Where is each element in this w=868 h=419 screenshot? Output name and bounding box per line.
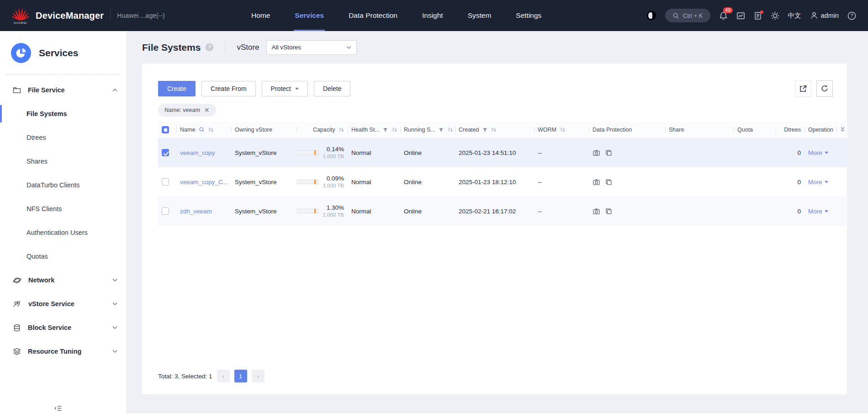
clone-copy-icon[interactable] <box>605 207 613 215</box>
protect-button-label: Protect <box>271 85 291 92</box>
header-health-status[interactable]: Health St... <box>348 122 400 138</box>
more-actions-link[interactable]: More <box>808 179 828 186</box>
header-quota[interactable]: Quota <box>734 122 776 138</box>
table-row[interactable]: zdh_veeam System_vStore 1.30% 1.000 TB N… <box>158 196 847 226</box>
row-checkbox[interactable] <box>162 178 169 186</box>
filter-tag-row: Name: veeam ✕ <box>142 97 847 122</box>
user-menu[interactable]: admin <box>810 11 839 20</box>
snapshot-camera-icon[interactable] <box>593 207 600 215</box>
settings-button[interactable] <box>771 11 779 20</box>
nav-data-protection[interactable]: Data Protection <box>349 0 397 31</box>
row-checkbox[interactable] <box>162 149 169 156</box>
filter-tag-close-icon[interactable]: ✕ <box>204 107 210 113</box>
filesystem-name-link[interactable]: veeam_copy <box>180 149 215 156</box>
network-planet-icon <box>13 276 21 284</box>
page-help-icon[interactable]: ? <box>206 43 213 51</box>
create-button[interactable]: Create <box>158 81 196 96</box>
sidebar-collapse-button[interactable] <box>54 405 62 414</box>
protect-button[interactable]: Protect <box>262 81 308 96</box>
language-switch[interactable]: 中文 <box>788 11 801 20</box>
more-actions-link[interactable]: More <box>808 208 828 215</box>
header-data-protection[interactable]: Data Protection <box>589 122 665 138</box>
global-search[interactable]: Ctrl + K <box>665 9 710 22</box>
topbar-actions: Ctrl + K 49 中文 admin ? <box>646 9 868 22</box>
snapshot-camera-icon[interactable] <box>593 149 600 157</box>
content-card: Create Create From Protect Delete Name: … <box>142 64 847 394</box>
sidebar-item-nfs-clients[interactable]: NFS Clients <box>0 197 127 221</box>
sidebar-item-shares[interactable]: Shares <box>0 149 127 173</box>
sidebar-item-quotas[interactable]: Quotas <box>0 244 127 268</box>
header-column-settings[interactable] <box>836 122 847 138</box>
health-status-cell: Normal <box>348 138 400 167</box>
select-all-checkbox[interactable] <box>162 126 169 133</box>
nav-settings[interactable]: Settings <box>516 0 541 31</box>
filter-funnel-icon[interactable] <box>383 127 388 133</box>
status-donut-icon[interactable] <box>646 11 656 21</box>
huawei-logo-icon: HUAWEI <box>12 7 29 24</box>
header-share[interactable]: Share <box>665 122 734 138</box>
header-created[interactable]: Created <box>455 122 534 138</box>
device-name[interactable]: Huawei....age(--) <box>117 12 164 19</box>
sidebar-group-block-service[interactable]: Block Service <box>0 316 127 339</box>
nav-insight[interactable]: Insight <box>422 0 443 31</box>
logs-button[interactable] <box>754 11 762 20</box>
sort-icon[interactable] <box>491 127 496 133</box>
notifications-button[interactable]: 49 <box>719 11 728 20</box>
header-capacity[interactable]: Capacity <box>296 122 348 138</box>
sort-icon[interactable] <box>392 127 397 133</box>
search-icon <box>672 12 679 19</box>
header-worm[interactable]: WORM <box>534 122 589 138</box>
sort-icon[interactable] <box>560 127 565 133</box>
header-running-status[interactable]: Running S... <box>400 122 455 138</box>
table-row[interactable]: veeam_copy_C... System_vStore 0.09% 1.00… <box>158 167 847 196</box>
pagination-prev-button[interactable]: ‹ <box>217 370 230 382</box>
help-button[interactable]: ? <box>847 11 856 20</box>
double-chevron-down-icon <box>840 127 845 132</box>
column-search-icon[interactable] <box>199 127 205 133</box>
table-row[interactable]: veeam_copy System_vStore 0.14% 1.000 TB … <box>158 138 847 167</box>
share-cell <box>665 196 734 226</box>
pagination-page-1-button[interactable]: 1 <box>234 370 247 382</box>
clone-copy-icon[interactable] <box>605 178 613 186</box>
clone-copy-icon[interactable] <box>605 149 613 157</box>
more-actions-link[interactable]: More <box>808 149 828 156</box>
sidebar-group-file-service[interactable]: File Service <box>0 78 127 102</box>
filter-funnel-icon[interactable] <box>439 127 444 133</box>
sidebar-item-dataturbo-clients[interactable]: DataTurbo Clients <box>0 173 127 197</box>
delete-button[interactable]: Delete <box>314 81 350 96</box>
snapshot-camera-icon[interactable] <box>593 178 600 186</box>
created-cell: 2025-02-21 16:17:02 <box>455 196 534 226</box>
sidebar-group-resource-tuning[interactable]: Resource Tuning <box>0 339 127 363</box>
filesystem-name-link[interactable]: zdh_veeam <box>180 208 212 215</box>
chevron-down-icon <box>112 302 117 306</box>
nav-services[interactable]: Services <box>295 0 324 31</box>
database-icon <box>13 324 21 332</box>
gear-icon <box>771 11 779 20</box>
pagination-next-button[interactable]: › <box>252 370 265 382</box>
sort-icon[interactable] <box>447 127 453 133</box>
data-protection-cell <box>593 207 662 215</box>
nav-home[interactable]: Home <box>251 0 270 31</box>
health-status-cell: Normal <box>348 167 400 196</box>
sort-icon[interactable] <box>339 127 344 133</box>
dtrees-cell: 0 <box>776 167 804 196</box>
header-dtrees[interactable]: Dtrees <box>776 122 804 138</box>
sidebar-group-vstore-service[interactable]: vStore Service <box>0 292 127 316</box>
header-owning-vstore[interactable]: Owning vStore <box>231 122 296 138</box>
filter-funnel-icon[interactable] <box>482 127 487 133</box>
sidebar-item-authentication-users[interactable]: Authentication Users <box>0 221 127 244</box>
refresh-button[interactable] <box>816 80 833 97</box>
row-checkbox[interactable] <box>162 207 169 215</box>
performance-button[interactable] <box>736 11 745 20</box>
vstore-select[interactable]: All vStores <box>266 40 357 55</box>
nav-system[interactable]: System <box>468 0 492 31</box>
sidebar-item-dtrees[interactable]: Dtrees <box>0 126 127 149</box>
sidebar-item-file-systems[interactable]: File Systems <box>0 102 127 126</box>
sidebar-group-network[interactable]: Network <box>0 268 127 292</box>
header-name[interactable]: Name <box>176 122 231 138</box>
create-from-button[interactable]: Create From <box>201 81 256 96</box>
filesystem-name-link[interactable]: veeam_copy_C... <box>180 179 228 186</box>
export-button[interactable] <box>795 80 811 97</box>
sort-icon[interactable] <box>208 127 213 133</box>
capacity-bar <box>296 150 318 155</box>
